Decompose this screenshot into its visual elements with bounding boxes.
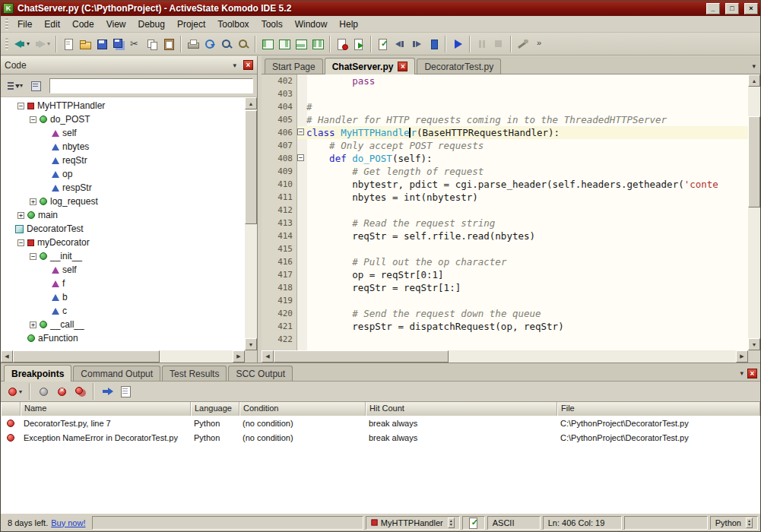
shift-right-button[interactable] — [408, 35, 425, 53]
cut-button[interactable] — [127, 35, 144, 53]
save-all-button[interactable] — [110, 35, 127, 53]
pause-button[interactable] — [474, 35, 490, 53]
buy-now-link[interactable]: Buy now! — [51, 518, 85, 527]
save-button[interactable] — [94, 35, 110, 53]
collapse-icon[interactable]: − — [30, 116, 36, 123]
column-header-language[interactable]: Language — [191, 402, 239, 416]
stop-button[interactable] — [490, 35, 507, 53]
expand-icon[interactable]: + — [30, 321, 36, 328]
menu-project[interactable]: Project — [171, 17, 211, 32]
language-spinner[interactable]: ▴▾ — [746, 518, 753, 528]
column-header-hit-count[interactable]: Hit Count — [366, 402, 557, 416]
editor-line[interactable]: 410 nbytestr, pdict = cgi.parse_header(s… — [262, 178, 748, 191]
editor-line[interactable]: 403 — [262, 87, 748, 100]
editor-line[interactable]: 415 — [262, 242, 748, 255]
tree-vscrollbar[interactable]: ▲ ▼ — [245, 97, 257, 350]
editor-line[interactable]: 407 # Only accept POST requests — [262, 139, 748, 152]
menu-window[interactable]: Window — [289, 17, 334, 32]
scope-selector[interactable]: MyHTTPHandler ▴▾ — [366, 516, 460, 530]
sort-button[interactable]: ▾ — [5, 77, 25, 95]
menu-help[interactable]: Help — [333, 17, 364, 32]
toggle-right-pane-button[interactable] — [276, 35, 293, 53]
toolbox-button[interactable] — [515, 35, 531, 53]
minimize-button[interactable]: _ — [706, 3, 720, 14]
scroll-down-button[interactable]: ▼ — [748, 338, 760, 350]
editor-line[interactable]: 421 respStr = dispatchRequest(op, reqStr… — [262, 320, 748, 333]
collapse-icon[interactable]: − — [30, 253, 36, 260]
delete-breakpoint-button[interactable] — [53, 382, 70, 401]
play-macro-button[interactable] — [350, 35, 367, 53]
open-button[interactable] — [77, 35, 94, 53]
find-button[interactable] — [218, 35, 235, 53]
scroll-right-button[interactable]: ▶ — [736, 350, 748, 363]
fold-collapse-icon[interactable]: − — [297, 128, 304, 135]
toggle-all-panes-button[interactable] — [309, 35, 326, 53]
scroll-left-button[interactable]: ◀ — [262, 350, 274, 363]
tree-item-do-post[interactable]: −do_POST — [1, 112, 245, 126]
editor-line[interactable]: 420 # Send the request down the queue — [262, 307, 748, 320]
tab-decoratortest-py[interactable]: DecoratorTest.py — [417, 59, 501, 74]
column-header-icon[interactable] — [1, 402, 21, 416]
panel-close-button[interactable]: × — [243, 60, 253, 70]
editor-hscrollbar[interactable]: ◀ ▶ — [262, 350, 748, 363]
tab-start-page[interactable]: Start Page — [265, 59, 323, 74]
editor-line[interactable]: 406−class MyHTTPHandler(BaseHTTPRequestH… — [262, 126, 748, 139]
menubar-grip[interactable] — [5, 18, 8, 30]
output-tab-list-button[interactable]: ▾ — [737, 369, 746, 378]
collapse-icon[interactable]: − — [17, 239, 24, 246]
forward-button[interactable]: ▾ — [32, 35, 52, 53]
tab-close-button[interactable]: × — [398, 62, 407, 71]
refresh-button[interactable] — [201, 35, 218, 53]
tree-item-self[interactable]: self — [1, 263, 245, 277]
syntax-status[interactable] — [462, 516, 485, 530]
enable-breakpoints-button[interactable] — [35, 382, 52, 401]
scroll-thumb[interactable] — [13, 350, 160, 363]
toolbar-grip[interactable] — [5, 38, 8, 50]
tab-list-button[interactable]: ▾ — [750, 62, 758, 71]
editor-line[interactable]: 413 # Read the request string — [262, 217, 748, 230]
editor-line[interactable]: 404# — [262, 100, 748, 113]
language-selector[interactable]: Python ▴▾ — [710, 516, 758, 530]
maximize-button[interactable]: □ — [725, 3, 739, 14]
go-to-source-button[interactable] — [99, 382, 116, 401]
menu-file[interactable]: File — [11, 17, 38, 32]
editor-line[interactable]: 416 # Pull out the op character — [262, 255, 748, 268]
column-header-condition[interactable]: Condition — [239, 402, 366, 416]
tree-item-decoratortest[interactable]: DecoratorTest — [1, 222, 245, 236]
copy-button[interactable] — [144, 35, 160, 53]
editor-line[interactable]: 408− def do_POST(self): — [262, 152, 748, 165]
tree-hscrollbar[interactable]: ◀ ▶ — [1, 350, 245, 363]
check-syntax-button[interactable] — [375, 35, 392, 53]
fold-margin[interactable]: − — [296, 126, 306, 139]
toolbar-overflow-button[interactable] — [531, 35, 548, 53]
scroll-right-button[interactable]: ▶ — [233, 350, 245, 363]
scroll-left-button[interactable]: ◀ — [1, 350, 13, 363]
tree-item-log-request[interactable]: +log_request — [1, 195, 245, 208]
tab-breakpoints[interactable]: Breakpoints — [4, 365, 71, 382]
output-panel-close-button[interactable]: × — [747, 369, 757, 378]
column-header-name[interactable]: Name — [21, 402, 191, 416]
fold-collapse-icon[interactable]: − — [297, 154, 304, 161]
editor-line[interactable]: 418 reqStr = reqStr[1:] — [262, 281, 748, 294]
view-settings-button[interactable] — [27, 77, 44, 95]
tree-item-c[interactable]: c — [1, 304, 245, 318]
editor-line[interactable]: 422 — [262, 333, 748, 346]
panel-menu-button[interactable]: ▾ — [230, 61, 239, 70]
shift-left-button[interactable] — [392, 35, 408, 53]
editor-line[interactable]: 412 — [262, 204, 748, 217]
print-button[interactable] — [185, 35, 201, 53]
menu-code[interactable]: Code — [66, 17, 100, 32]
breakpoint-properties-button[interactable] — [117, 382, 134, 401]
scope-spinner[interactable]: ▴▾ — [448, 518, 455, 528]
editor-line[interactable]: 419 — [262, 294, 748, 307]
close-button[interactable]: × — [744, 3, 758, 14]
tree-item-main[interactable]: +main — [1, 208, 245, 222]
menu-debug[interactable]: Debug — [132, 17, 171, 32]
tree-item-myhttphandler[interactable]: −MyHTTPHandler — [1, 99, 245, 112]
go-button[interactable] — [449, 35, 466, 53]
breakpoint-row[interactable]: DecoratorTest.py, line 7Python(no condit… — [1, 416, 760, 430]
record-macro-button[interactable] — [334, 35, 350, 53]
bookmark-button[interactable] — [425, 35, 442, 53]
expand-icon[interactable]: + — [30, 198, 36, 205]
editor-vscrollbar[interactable]: ▲ ▼ — [748, 74, 760, 350]
